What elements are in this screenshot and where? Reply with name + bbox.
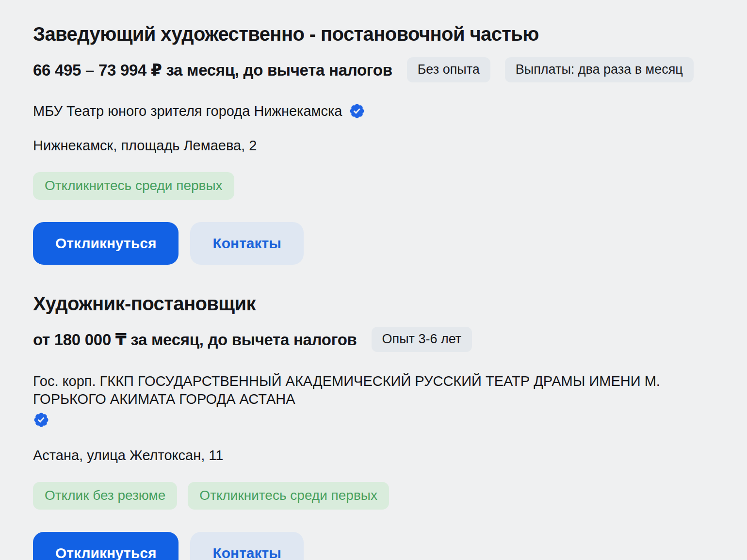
highlights-row: Отклик без резюме Откликнитесь среди пер… xyxy=(33,482,717,510)
respond-no-resume-badge: Отклик без резюме xyxy=(33,482,177,510)
company-row: МБУ Театр юного зрителя города Нижнекамс… xyxy=(33,103,717,119)
respond-first-badge: Откликнитесь среди первых xyxy=(33,172,234,200)
salary-row: 66 495 – 73 994 ₽ за месяц, до вычета на… xyxy=(33,57,717,82)
apply-button[interactable]: Откликнуться xyxy=(33,222,179,265)
salary-row: от 180 000 ₸ за месяц, до вычета налогов… xyxy=(33,327,717,352)
company-block: Гос. корп. ГККП ГОСУДАРСТВЕННЫЙ АКАДЕМИЧ… xyxy=(33,372,717,429)
vacancy-card: Художник-постановщик от 180 000 ₸ за мес… xyxy=(33,292,717,560)
buttons-row: Откликнуться Контакты xyxy=(33,532,717,560)
vacancy-card: Заведующий художественно - постановочной… xyxy=(33,22,717,265)
vacancy-title[interactable]: Художник-постановщик xyxy=(33,292,717,315)
vacancy-list: Заведующий художественно - постановочной… xyxy=(0,0,747,560)
experience-badge: Опыт 3-6 лет xyxy=(372,327,472,352)
contacts-button[interactable]: Контакты xyxy=(190,532,303,560)
verified-badge-icon xyxy=(33,412,49,428)
verified-row xyxy=(33,412,717,429)
vacancy-location: Астана, улица Желтоксан, 11 xyxy=(33,448,717,464)
highlights-row: Откликнитесь среди первых xyxy=(33,172,717,200)
company-name[interactable]: Гос. корп. ГККП ГОСУДАРСТВЕННЫЙ АКАДЕМИЧ… xyxy=(33,373,660,407)
vacancy-salary: от 180 000 ₸ за месяц, до вычета налогов xyxy=(33,330,357,349)
respond-first-badge: Откликнитесь среди первых xyxy=(188,482,389,510)
vacancy-location: Нижнекамск, площадь Лемаева, 2 xyxy=(33,138,717,154)
contacts-button[interactable]: Контакты xyxy=(190,222,303,265)
vacancy-title[interactable]: Заведующий художественно - постановочной… xyxy=(33,22,717,46)
experience-badge: Без опыта xyxy=(407,57,490,82)
company-name[interactable]: МБУ Театр юного зрителя города Нижнекамс… xyxy=(33,103,342,119)
payout-frequency-badge: Выплаты: два раза в месяц xyxy=(505,57,694,82)
vacancy-salary: 66 495 – 73 994 ₽ за месяц, до вычета на… xyxy=(33,61,392,80)
buttons-row: Откликнуться Контакты xyxy=(33,222,717,265)
verified-badge-icon xyxy=(349,103,365,119)
apply-button[interactable]: Откликнуться xyxy=(33,532,179,560)
